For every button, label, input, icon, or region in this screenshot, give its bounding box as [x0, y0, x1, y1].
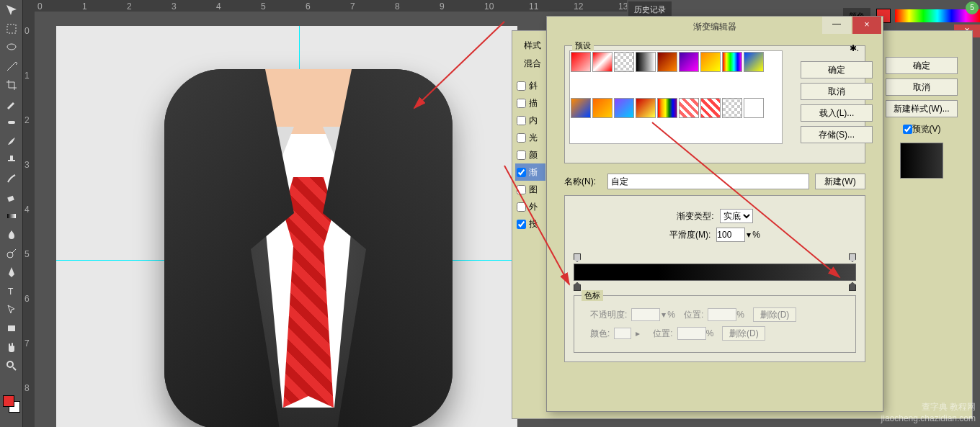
preset-swatch[interactable] [636, 52, 656, 72]
ge-load-button[interactable]: 载入(L)... [801, 104, 873, 122]
effect-checkbox[interactable] [517, 81, 526, 91]
ls-ok-button[interactable]: 确定 [886, 57, 958, 74]
ge-cancel-button[interactable]: 取消 [801, 83, 873, 100]
close-button[interactable]: × [852, 17, 881, 34]
preset-swatch[interactable] [614, 98, 634, 118]
gradient-settings-group: 渐变类型: 实底 平滑度(M): ▾ % 色标 不透明度: [564, 195, 865, 362]
gradient-title: 渐变编辑器 [693, 21, 736, 33]
preset-swatch[interactable] [657, 98, 677, 118]
effect-checkbox[interactable] [517, 185, 526, 194]
preset-swatch[interactable] [700, 52, 721, 72]
effect-checkbox[interactable] [517, 150, 526, 160]
lasso-tool[interactable] [3, 39, 20, 56]
rect-tool[interactable] [3, 320, 20, 337]
preview-checkbox-row[interactable]: 预览(V) [878, 123, 965, 135]
wand-tool[interactable] [3, 58, 20, 75]
foreground-swatch[interactable] [3, 395, 14, 407]
new-button[interactable]: 新建(W) [815, 174, 865, 189]
presets-menu-icon[interactable]: ✱. [850, 43, 859, 53]
gradient-titlebar[interactable]: 渐变编辑器 — × [547, 17, 883, 37]
preset-swatch[interactable] [700, 98, 721, 118]
artboard[interactable] [56, 26, 517, 427]
preset-swatch[interactable] [657, 52, 677, 72]
pen-tool[interactable] [3, 264, 20, 281]
name-input[interactable] [607, 174, 809, 189]
smooth-dropdown-icon[interactable]: ▾ [747, 230, 751, 240]
presets-label: 预设 [572, 40, 594, 51]
position1-input[interactable] [708, 308, 736, 321]
eraser-tool[interactable] [3, 189, 20, 206]
effect-row[interactable]: 颜 [515, 146, 545, 163]
preset-swatch[interactable] [571, 52, 591, 72]
marquee-tool[interactable] [3, 20, 20, 37]
effect-checkbox[interactable] [517, 220, 526, 229]
effect-row[interactable]: 投 [515, 215, 545, 233]
svg-point-5 [7, 252, 13, 258]
effect-row[interactable]: 外 [515, 198, 545, 215]
color-well[interactable] [614, 328, 631, 339]
smooth-unit: % [752, 230, 760, 240]
smooth-input[interactable] [716, 228, 745, 242]
color-swatches[interactable] [3, 395, 20, 413]
color-stop-right[interactable] [849, 282, 856, 291]
effect-checkbox[interactable] [517, 202, 526, 212]
dodge-tool[interactable] [3, 245, 20, 262]
ge-save-button[interactable]: 存储(S)... [801, 126, 873, 143]
preset-swatch[interactable] [744, 98, 764, 118]
effect-checkbox[interactable] [517, 133, 526, 143]
smooth-label: 平滑度(M): [669, 229, 710, 241]
heal-tool[interactable] [3, 114, 20, 131]
move-tool[interactable] [3, 1, 20, 19]
zoom-tool[interactable] [3, 357, 20, 374]
crop-tool[interactable] [3, 76, 20, 94]
effect-checkbox[interactable] [517, 99, 526, 108]
effect-row[interactable]: 斜 [515, 77, 545, 94]
stops-label: 色标 [582, 290, 603, 301]
gradient-bar[interactable] [574, 264, 856, 281]
opacity-stop-right[interactable] [849, 253, 856, 262]
color-stop-left[interactable] [574, 282, 581, 291]
preset-swatch[interactable] [636, 98, 656, 118]
effect-checkbox[interactable] [517, 116, 526, 125]
type-select[interactable]: 实底 [720, 209, 753, 223]
position2-input[interactable] [677, 327, 706, 340]
preview-checkbox[interactable] [903, 125, 912, 134]
effect-row[interactable]: 描 [515, 94, 545, 112]
svg-text:T: T [8, 287, 14, 297]
ls-cancel-button[interactable]: 取消 [886, 78, 958, 96]
eyedropper-tool[interactable] [3, 95, 20, 112]
watermark: 查字典 教程网 jiaocheng.chazidian.com [881, 401, 976, 424]
preset-swatch[interactable] [679, 52, 699, 72]
opacity-stop-left[interactable] [574, 253, 581, 262]
preset-swatch[interactable] [592, 52, 612, 72]
vertical-ruler: 0123456789 [23, 12, 35, 427]
preset-swatch[interactable] [614, 52, 634, 72]
effect-row[interactable]: 图 [515, 181, 545, 198]
type-tool[interactable]: T [3, 282, 20, 300]
position2-unit: % [706, 328, 714, 338]
preset-swatch[interactable] [571, 98, 591, 118]
ge-ok-button[interactable]: 确定 [801, 61, 873, 78]
opacity-input[interactable] [631, 308, 660, 321]
preset-swatch[interactable] [592, 98, 612, 118]
delete1-button[interactable]: 删除(D) [753, 307, 796, 322]
ls-new-style-button[interactable]: 新建样式(W)... [886, 100, 958, 117]
preset-swatch[interactable] [722, 98, 742, 118]
blur-tool[interactable] [3, 226, 20, 243]
brush-tool[interactable] [3, 132, 20, 150]
preset-swatch[interactable] [722, 52, 742, 72]
stamp-tool[interactable] [3, 151, 20, 168]
history-brush-tool[interactable] [3, 170, 20, 187]
delete2-button[interactable]: 删除(D) [722, 326, 765, 341]
gradient-tool[interactable] [3, 207, 20, 225]
effect-row[interactable]: 光 [515, 129, 545, 146]
minimize-button[interactable]: — [822, 17, 851, 34]
effect-row[interactable]: 渐 [515, 163, 545, 181]
preset-swatch[interactable] [744, 52, 764, 72]
effect-row[interactable]: 内 [515, 112, 545, 129]
hand-tool[interactable] [3, 338, 20, 356]
path-select-tool[interactable] [3, 301, 20, 318]
name-row: 名称(N): 新建(W) [564, 174, 865, 189]
preset-swatch[interactable] [679, 98, 699, 118]
effect-checkbox[interactable] [517, 168, 526, 177]
